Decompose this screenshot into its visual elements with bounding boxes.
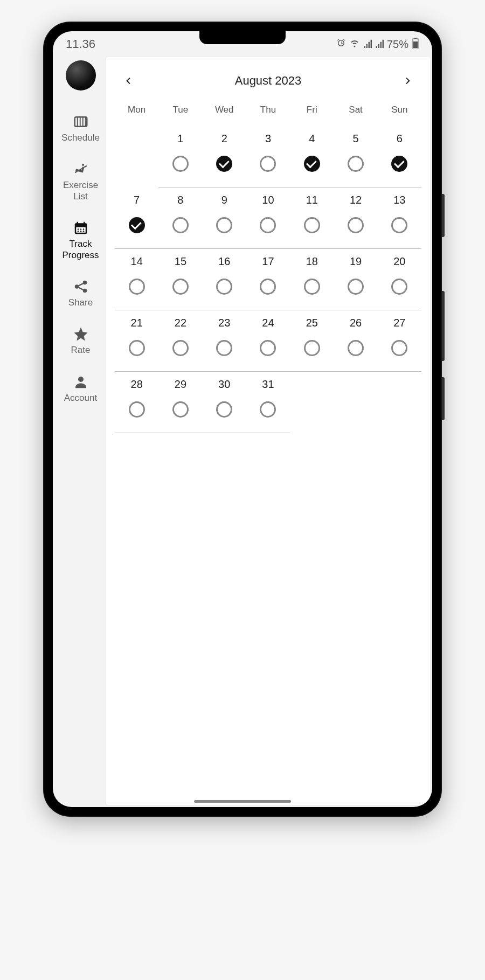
day-cell[interactable]: 21 — [115, 310, 158, 372]
day-number: 31 — [262, 378, 274, 391]
avatar[interactable] — [66, 60, 96, 91]
day-cell[interactable]: 3 — [246, 126, 290, 187]
person-icon — [72, 373, 89, 391]
day-number: 18 — [306, 255, 318, 268]
nav-rate[interactable]: Rate — [55, 325, 106, 356]
day-number: 26 — [350, 317, 362, 329]
empty-circle-icon — [391, 340, 407, 356]
day-number: 25 — [306, 317, 318, 329]
day-cell[interactable]: 22 — [158, 310, 202, 372]
empty-circle-icon — [260, 217, 276, 233]
day-number: 14 — [131, 255, 143, 268]
status-time: 11.36 — [66, 37, 95, 51]
day-number: 7 — [134, 194, 140, 206]
weekday-header: MonTueWedThuFriSatSun — [115, 105, 421, 115]
weekday-label: Wed — [203, 105, 246, 115]
day-cell[interactable]: 4 — [290, 126, 334, 187]
day-number: 4 — [309, 133, 315, 145]
day-cell[interactable]: 24 — [246, 310, 290, 372]
day-cell[interactable]: 8 — [158, 187, 202, 249]
battery-icon — [412, 38, 419, 51]
day-number: 17 — [262, 255, 274, 268]
empty-circle-icon — [260, 340, 276, 356]
nav-exercise[interactable]: Exercise List — [55, 161, 106, 202]
nav-label: Schedule — [61, 133, 100, 143]
nav-account[interactable]: Account — [55, 373, 106, 404]
day-cell[interactable]: 16 — [203, 249, 246, 310]
day-cell[interactable]: 20 — [378, 249, 421, 310]
day-number: 11 — [306, 194, 318, 206]
check-circle-icon — [129, 217, 145, 233]
empty-circle-icon — [391, 217, 407, 233]
empty-circle-icon — [391, 279, 407, 295]
empty-circle-icon — [129, 401, 145, 418]
day-cell[interactable]: 2 — [203, 126, 246, 187]
day-cell[interactable]: 1 — [158, 126, 202, 187]
day-cell[interactable]: 13 — [378, 187, 421, 249]
signal-icon — [363, 38, 372, 51]
prev-month-button[interactable] — [121, 73, 136, 88]
day-cell[interactable]: 9 — [203, 187, 246, 249]
weekday-label: Thu — [246, 105, 290, 115]
nav-track-progress[interactable]: Track Progress — [55, 219, 106, 261]
weekday-label: Sat — [334, 105, 377, 115]
day-number: 28 — [131, 378, 143, 391]
day-cell[interactable]: 7 — [115, 187, 158, 249]
day-number: 24 — [262, 317, 274, 329]
day-number: 22 — [175, 317, 186, 329]
day-cell[interactable]: 6 — [378, 126, 421, 187]
sidebar: Schedule Exercise List Track Progress — [55, 57, 106, 805]
empty-circle-icon — [348, 279, 364, 295]
day-cell[interactable]: 28 — [115, 372, 158, 433]
home-indicator[interactable] — [194, 800, 291, 803]
day-cell[interactable]: 18 — [290, 249, 334, 310]
weekday-label: Mon — [115, 105, 158, 115]
day-number: 23 — [218, 317, 230, 329]
nav-label: Exercise List — [55, 180, 106, 202]
day-cell[interactable]: 19 — [334, 249, 377, 310]
day-cell[interactable]: 30 — [203, 372, 246, 433]
weekday-label: Tue — [158, 105, 202, 115]
day-cell[interactable]: 17 — [246, 249, 290, 310]
calendar-icon — [72, 219, 89, 237]
calendar-panel: August 2023 MonTueWedThuFriSatSun 123456… — [106, 57, 430, 805]
day-cell[interactable]: 27 — [378, 310, 421, 372]
empty-circle-icon — [348, 340, 364, 356]
day-number: 1 — [177, 133, 183, 145]
day-number: 13 — [393, 194, 405, 206]
svg-point-13 — [80, 231, 81, 232]
svg-rect-16 — [84, 222, 85, 225]
day-cell[interactable]: 14 — [115, 249, 158, 310]
empty-circle-icon — [172, 156, 189, 172]
day-number: 16 — [218, 255, 230, 268]
status-right: 75% — [336, 38, 419, 51]
empty-circle-icon — [172, 217, 189, 233]
nav-share[interactable]: Share — [55, 278, 106, 308]
check-circle-icon — [304, 156, 320, 172]
check-circle-icon — [216, 156, 232, 172]
nav-schedule[interactable]: Schedule — [55, 113, 106, 143]
day-number: 9 — [221, 194, 227, 206]
day-cell[interactable]: 10 — [246, 187, 290, 249]
next-month-button[interactable] — [400, 73, 415, 88]
day-cell[interactable]: 11 — [290, 187, 334, 249]
wifi-icon — [349, 38, 360, 51]
day-cell[interactable]: 29 — [158, 372, 202, 433]
battery-text: 75% — [387, 38, 408, 51]
day-number: 27 — [393, 317, 405, 329]
day-cell[interactable]: 5 — [334, 126, 377, 187]
nav-label: Share — [68, 297, 93, 308]
day-cell[interactable]: 23 — [203, 310, 246, 372]
day-cell[interactable]: 12 — [334, 187, 377, 249]
day-cell[interactable]: 25 — [290, 310, 334, 372]
empty-circle-icon — [304, 217, 320, 233]
dumbbell-icon — [72, 161, 89, 178]
empty-circle-icon — [216, 401, 232, 418]
day-cell[interactable]: 31 — [246, 372, 290, 433]
day-cell[interactable]: 26 — [334, 310, 377, 372]
empty-circle-icon — [348, 156, 364, 172]
day-cell[interactable]: 15 — [158, 249, 202, 310]
day-number: 30 — [218, 378, 230, 391]
empty-circle-icon — [260, 279, 276, 295]
nav-label: Account — [64, 393, 97, 404]
